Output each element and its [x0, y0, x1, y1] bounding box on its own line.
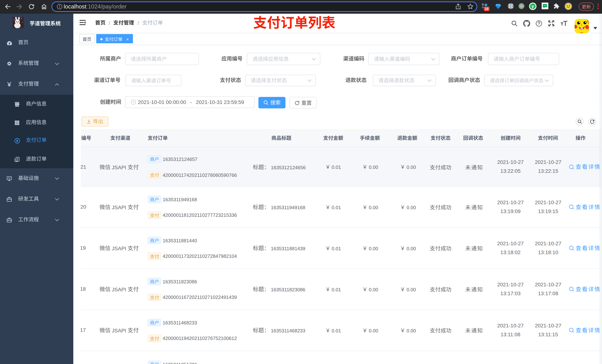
svg-text:y: y — [532, 4, 534, 9]
